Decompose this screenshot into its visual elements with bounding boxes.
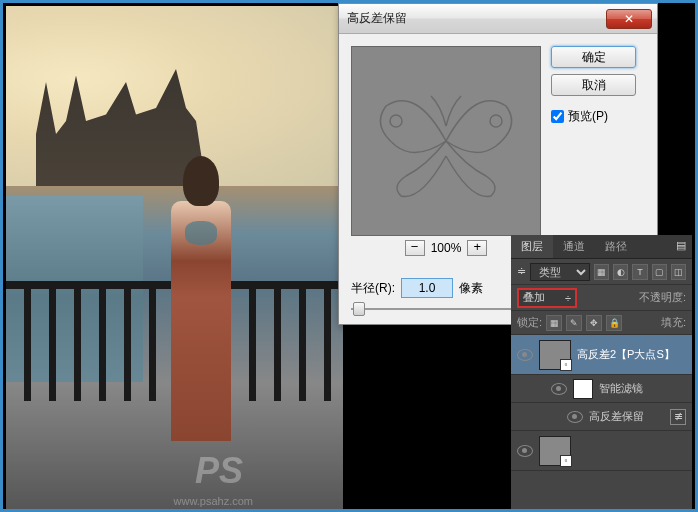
layer-row[interactable]: ▫ xyxy=(511,431,692,471)
close-button[interactable]: ✕ xyxy=(606,9,652,29)
lock-trans-icon[interactable]: ▦ xyxy=(546,315,562,331)
smart-filters-label: 智能滤镜 xyxy=(599,381,643,396)
fill-label: 填充: xyxy=(661,315,686,330)
radius-unit: 像素 xyxy=(459,280,483,297)
preview-checkbox[interactable] xyxy=(551,110,564,123)
zoom-level: 100% xyxy=(431,241,462,255)
layer-smart-filters[interactable]: 智能滤镜 xyxy=(511,375,692,403)
layer-name: 高反差2【P大点S】 xyxy=(577,347,675,362)
layer-filter-highpass[interactable]: 高反差保留 ≢ xyxy=(511,403,692,431)
lock-all-icon[interactable]: 🔒 xyxy=(606,315,622,331)
radius-input[interactable] xyxy=(401,278,453,298)
filter-shape-icon[interactable]: ▢ xyxy=(652,264,667,280)
panel-menu-icon[interactable]: ▤ xyxy=(670,235,692,258)
blend-mode-select[interactable]: 叠加÷ xyxy=(517,288,577,308)
visibility-icon[interactable] xyxy=(567,411,583,423)
visibility-icon[interactable] xyxy=(517,445,533,457)
filter-type-icon[interactable]: T xyxy=(632,264,647,280)
layer-highpass2[interactable]: ▫ 高反差2【P大点S】 xyxy=(511,335,692,375)
kind-filter-icon[interactable]: ≑ xyxy=(517,265,526,278)
filter-smart-icon[interactable]: ◫ xyxy=(671,264,686,280)
zoom-out-button[interactable]: − xyxy=(405,240,425,256)
lock-label: 锁定: xyxy=(517,315,542,330)
visibility-icon[interactable] xyxy=(551,383,567,395)
filter-preview[interactable] xyxy=(351,46,541,236)
layer-thumbnail[interactable]: ▫ xyxy=(539,436,571,466)
filter-mask-thumbnail[interactable] xyxy=(573,379,593,399)
opacity-label: 不透明度: xyxy=(639,290,686,305)
cancel-button[interactable]: 取消 xyxy=(551,74,636,96)
zoom-in-button[interactable]: + xyxy=(467,240,487,256)
layers-panel: 图层 通道 路径 ▤ ≑ 类型 ▦ ◐ T ▢ ◫ 叠加÷ 不透明度: 锁定: … xyxy=(511,235,692,510)
filter-name: 高反差保留 xyxy=(589,409,644,424)
dialog-title: 高反差保留 xyxy=(347,10,606,27)
dialog-titlebar[interactable]: 高反差保留 ✕ xyxy=(339,4,657,34)
tab-layers[interactable]: 图层 xyxy=(511,235,553,258)
butterfly-preview-icon xyxy=(366,76,526,206)
watermark-url: www.psahz.com xyxy=(174,495,253,507)
canvas-photo: PS www.psahz.com xyxy=(6,6,343,512)
lock-pos-icon[interactable]: ✥ xyxy=(586,315,602,331)
layer-thumbnail[interactable]: ▫ xyxy=(539,340,571,370)
svg-point-0 xyxy=(390,115,402,127)
tab-paths[interactable]: 路径 xyxy=(595,235,637,258)
filter-blend-icon[interactable]: ≢ xyxy=(670,409,686,425)
ok-button[interactable]: 确定 xyxy=(551,46,636,68)
svg-point-1 xyxy=(490,115,502,127)
lock-paint-icon[interactable]: ✎ xyxy=(566,315,582,331)
preview-checkbox-label[interactable]: 预览(P) xyxy=(551,108,636,125)
filter-adjust-icon[interactable]: ◐ xyxy=(613,264,628,280)
radius-slider-thumb[interactable] xyxy=(353,302,365,316)
radius-label: 半径(R): xyxy=(351,280,395,297)
tab-channels[interactable]: 通道 xyxy=(553,235,595,258)
kind-select[interactable]: 类型 xyxy=(530,263,590,281)
watermark-text: PS xyxy=(195,450,243,492)
visibility-icon[interactable] xyxy=(517,349,533,361)
filter-pixel-icon[interactable]: ▦ xyxy=(594,264,609,280)
